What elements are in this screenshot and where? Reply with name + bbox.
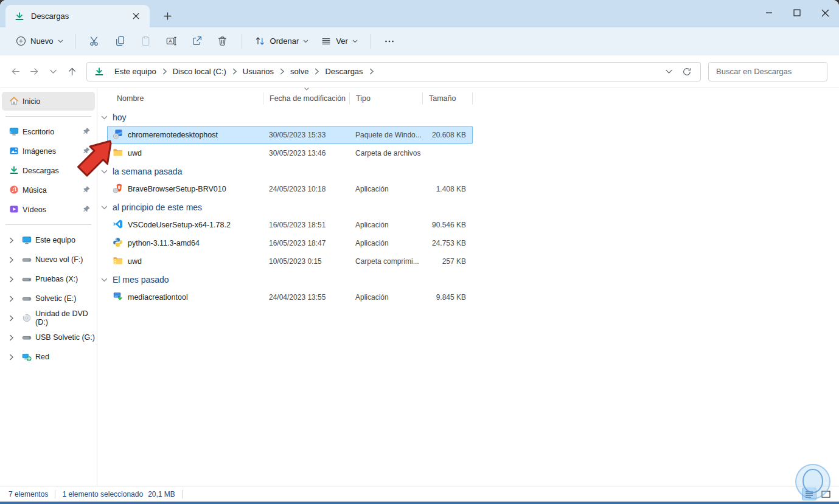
sidebar-item-usb-solvetic-g[interactable]: USB Solvetic (G:) <box>2 328 95 347</box>
file-row[interactable]: mediacreationtool24/04/2023 13:55Aplicac… <box>107 288 473 306</box>
breadcrumb-segment[interactable]: Este equipo <box>110 65 161 78</box>
arrow-left-icon <box>10 66 21 77</box>
column-header-nombre[interactable]: Nombre <box>107 92 263 105</box>
delete-button[interactable] <box>210 31 235 52</box>
new-button[interactable]: Nuevo <box>10 32 69 50</box>
sort-button[interactable]: Ordenar <box>248 32 315 50</box>
share-button[interactable] <box>184 31 210 52</box>
cut-button[interactable] <box>82 31 108 52</box>
paste-button[interactable] <box>133 31 159 52</box>
recent-locations-button[interactable] <box>44 62 63 81</box>
expand-chevron-icon[interactable] <box>9 334 14 343</box>
window-controls <box>755 0 839 27</box>
sidebar-item-solvetic-e[interactable]: Solvetic (E:) <box>2 289 95 308</box>
sidebar-item-unidad-de-dvd-d[interactable]: Unidad de DVD (D:) <box>2 308 95 328</box>
sidebar-item-musica[interactable]: Música <box>2 181 95 199</box>
file-type: Paquete de Windo... <box>349 131 422 139</box>
back-button[interactable] <box>6 62 25 81</box>
sidebar-item-red[interactable]: Red <box>2 347 95 367</box>
sidebar-item-imagenes[interactable]: Imágenes <box>2 142 95 161</box>
expand-chevron-icon[interactable] <box>9 237 14 246</box>
details-view-button[interactable] <box>802 488 816 500</box>
file-row[interactable]: VSCodeUserSetup-x64-1.78.216/05/2023 18:… <box>107 216 473 234</box>
file-type: Carpeta de archivos <box>349 149 422 157</box>
up-button[interactable] <box>63 62 82 81</box>
sidebar-item-label: Descargas <box>23 167 59 175</box>
breadcrumb-separator-icon[interactable] <box>279 68 285 75</box>
group-header[interactable]: la semana pasada <box>101 162 839 180</box>
breadcrumb-separator-icon[interactable] <box>162 68 167 75</box>
view-button[interactable]: Ver <box>315 32 364 50</box>
expand-chevron-icon[interactable] <box>9 257 14 265</box>
close-button[interactable] <box>811 0 839 26</box>
minimize-button[interactable] <box>755 0 783 26</box>
breadcrumb-segment[interactable]: Disco local (C:) <box>169 65 231 78</box>
breadcrumb-separator-icon[interactable] <box>314 68 319 75</box>
tab-close-icon[interactable] <box>129 10 142 23</box>
status-divider <box>55 490 55 499</box>
file-size: 20.608 KB <box>422 131 471 139</box>
expand-chevron-icon[interactable] <box>9 315 14 323</box>
sidebar-item-este-equipo[interactable]: Este equipo <box>2 230 95 250</box>
file-row[interactable]: BraveBrowserSetup-BRV01024/05/2023 10:18… <box>107 180 473 198</box>
sidebar-item-inicio[interactable]: Inicio <box>2 92 95 111</box>
group-header[interactable]: al principio de este mes <box>101 198 839 216</box>
more-options-button[interactable] <box>377 31 402 52</box>
details-view-icon <box>805 491 813 498</box>
tab-descargas[interactable]: Descargas <box>5 5 150 27</box>
msi-package-icon <box>113 129 123 142</box>
maximize-button[interactable] <box>783 0 811 26</box>
sidebar-item-escritorio[interactable]: Escritorio <box>2 122 95 141</box>
column-header-tamano[interactable]: Tamaño <box>423 92 473 105</box>
collapse-chevron-icon[interactable] <box>101 166 108 177</box>
expand-chevron-icon[interactable] <box>9 354 14 362</box>
file-name-cell: uwd <box>108 147 263 160</box>
drive-icon <box>22 255 32 266</box>
file-date: 30/05/2023 15:33 <box>263 131 349 139</box>
address-dropdown-icon[interactable] <box>666 69 672 74</box>
sidebar-item-label: Este equipo <box>35 236 75 244</box>
arrow-up-icon <box>67 66 77 77</box>
rename-button[interactable]: A <box>159 31 184 52</box>
column-header-fecha[interactable]: Fecha de modificación <box>263 92 350 105</box>
file-size: 257 KB <box>422 257 471 266</box>
search-box[interactable] <box>708 62 827 81</box>
file-date: 30/05/2023 13:46 <box>263 149 349 157</box>
address-bar-actions <box>666 67 695 77</box>
sidebar-item-videos[interactable]: Vídeos <box>2 200 95 219</box>
refresh-icon[interactable] <box>682 67 692 77</box>
expand-chevron-icon[interactable] <box>9 295 14 304</box>
large-icons-view-button[interactable] <box>818 488 833 500</box>
copy-button[interactable] <box>108 31 133 52</box>
drive-icon <box>22 274 32 286</box>
collapse-chevron-icon[interactable] <box>101 274 108 285</box>
group-header[interactable]: hoy <box>101 108 839 126</box>
breadcrumb-separator-icon[interactable] <box>369 68 374 75</box>
column-header-tipo[interactable]: Tipo <box>350 92 423 105</box>
sidebar-item-label: Solvetic (E:) <box>35 294 76 303</box>
collapse-chevron-icon[interactable] <box>101 202 108 213</box>
collapse-chevron-icon[interactable] <box>101 112 108 123</box>
file-row[interactable]: chromeremotedesktophost30/05/2023 15:33P… <box>107 126 473 144</box>
file-type: Aplicación <box>349 239 422 247</box>
breadcrumb-separator-icon[interactable] <box>232 68 237 75</box>
expand-chevron-icon[interactable] <box>9 276 14 285</box>
sidebar-item-nuevo-vol-f[interactable]: Nuevo vol (F:) <box>2 250 95 269</box>
breadcrumb-segment[interactable]: Descargas <box>321 65 367 78</box>
new-tab-button[interactable] <box>157 7 178 25</box>
file-row[interactable]: uwd10/05/2023 0:15Carpeta comprimi...257… <box>107 252 473 271</box>
file-row[interactable]: uwd30/05/2023 13:46Carpeta de archivos <box>107 144 473 162</box>
file-name-cell: VSCodeUserSetup-x64-1.78.2 <box>108 219 263 232</box>
sidebar-item-descargas[interactable]: Descargas <box>2 161 95 180</box>
address-bar[interactable]: Este equipoDisco local (C:)Usuariossolve… <box>86 62 701 81</box>
file-name-cell: uwd <box>108 255 263 268</box>
group-header[interactable]: El mes pasado <box>101 271 839 288</box>
copy-icon <box>114 35 126 47</box>
arrow-right-icon <box>29 66 40 77</box>
search-input[interactable] <box>716 67 823 76</box>
breadcrumb-segment[interactable]: solve <box>286 65 313 78</box>
file-row[interactable]: python-3.11.3-amd6416/05/2023 18:47Aplic… <box>107 234 473 252</box>
sidebar-item-pruebas-x[interactable]: Pruebas (X:) <box>2 269 95 289</box>
forward-button[interactable] <box>25 62 44 81</box>
breadcrumb-segment[interactable]: Usuarios <box>238 65 278 78</box>
